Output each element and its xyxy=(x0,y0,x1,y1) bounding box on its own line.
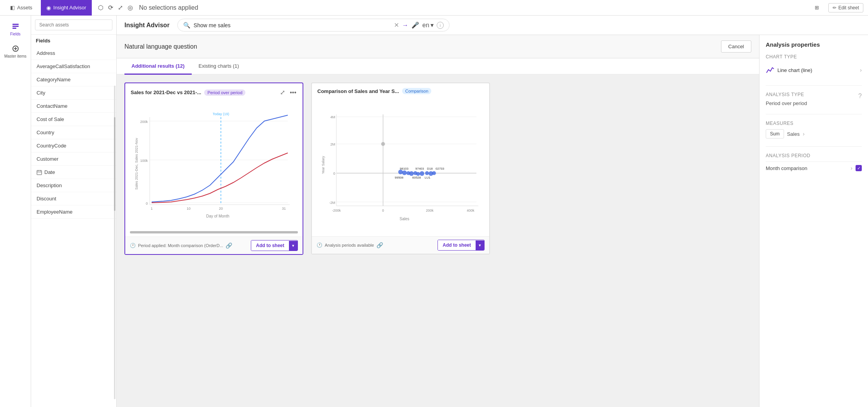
more-options-chart-1-button[interactable]: ••• xyxy=(289,88,297,97)
analysis-type-value: Period over period xyxy=(766,100,862,106)
fields-scrollbar[interactable] xyxy=(114,86,116,399)
close-icon[interactable]: ✕ xyxy=(394,21,399,29)
line-chart-icon xyxy=(766,66,774,74)
arrow-icon[interactable]: → xyxy=(402,22,408,29)
master-items-label: Master items xyxy=(4,54,26,58)
search-input-main[interactable] xyxy=(194,22,391,28)
svg-text:99508: 99508 xyxy=(395,176,404,179)
field-item[interactable]: ContactName xyxy=(31,100,116,113)
expand-icon[interactable]: ⤢ xyxy=(118,4,123,11)
assets-icon: ◧ xyxy=(10,5,15,11)
lasso-icon[interactable]: ⬡ xyxy=(98,4,103,11)
expand-chart-1-button[interactable]: ⤢ xyxy=(279,88,286,97)
tab-0[interactable]: Additional results (12) xyxy=(124,58,192,75)
svg-point-53 xyxy=(432,171,436,175)
svg-rect-0 xyxy=(12,24,19,25)
field-item[interactable]: CountryCode xyxy=(31,139,116,153)
chart-card-1-header: Sales for 2021-Dec vs 2021-... Period ov… xyxy=(125,83,303,102)
chart-2-period-text: Analysis periods available xyxy=(325,243,374,247)
chart-2-footer-left: 🕐 Analysis periods available 🔗 xyxy=(317,242,383,248)
chart-card-2: Comparison of Sales and Year S... Compar… xyxy=(311,82,490,254)
mic-icon[interactable]: 🎤 xyxy=(411,21,419,29)
measures-list: Sum Sales › xyxy=(766,129,862,139)
field-item[interactable]: Cost of Sale xyxy=(31,113,116,126)
measure-chevron[interactable]: › xyxy=(803,131,805,137)
fields-list: AddressAverageCallSatisfactionCategoryNa… xyxy=(31,47,116,407)
svg-rect-1 xyxy=(12,26,19,27)
svg-text:2M: 2M xyxy=(330,142,335,146)
period-checkbox[interactable] xyxy=(856,165,862,171)
rotate-icon[interactable]: ⟳ xyxy=(108,4,113,11)
tabs-bar: Additional results (12)Existing charts (… xyxy=(117,58,759,75)
field-item[interactable]: City xyxy=(31,86,116,100)
field-item[interactable]: Customer xyxy=(31,153,116,166)
analysis-type-help[interactable]: ? xyxy=(858,93,862,100)
search-input[interactable] xyxy=(35,19,112,30)
info-icon[interactable]: i xyxy=(437,22,444,29)
scatter-chart-svg: Year Salary 4M 2M 0 -2M xyxy=(316,99,485,231)
chart-type-left: Line chart (line) xyxy=(766,66,812,74)
field-item[interactable]: Description xyxy=(31,179,116,192)
add-to-sheet-1-button[interactable]: Add to sheet ▾ xyxy=(251,240,298,251)
language-selector[interactable]: en ▾ xyxy=(422,21,434,29)
svg-text:98103: 98103 xyxy=(400,167,409,170)
svg-text:31: 31 xyxy=(282,207,286,211)
cancel-button[interactable]: Cancel xyxy=(721,40,751,53)
period-row: Month comparison › xyxy=(766,161,862,174)
field-item[interactable]: EmployeeName xyxy=(31,205,116,219)
chart-1-footer-left: 🕐 Period applied: Month comparison (Orde… xyxy=(130,242,232,249)
left-sidebar: Fields Master items xyxy=(0,16,31,407)
svg-text:10: 10 xyxy=(187,207,191,211)
page-title: Insight Advisor xyxy=(124,22,170,29)
add-sheet-main-2[interactable]: Add to sheet xyxy=(438,240,476,250)
add-sheet-arrow-2[interactable]: ▾ xyxy=(476,240,484,250)
sidebar-item-master-items[interactable]: Master items xyxy=(2,42,29,61)
svg-text:D18: D18 xyxy=(427,167,433,170)
clock-icon-2: 🕐 xyxy=(317,242,322,248)
sidebar-item-fields[interactable]: Fields xyxy=(2,19,29,39)
svg-text:Sales 2021-Dec, Sales 2021-Nov: Sales 2021-Dec, Sales 2021-Nov xyxy=(135,138,138,190)
measures-section: Measures Sum Sales › xyxy=(766,121,862,139)
grid-view-icon[interactable]: ⊞ xyxy=(809,0,824,16)
fields-label: Fields xyxy=(10,32,21,36)
svg-text:Sales: Sales xyxy=(399,217,409,221)
measure-aggregation[interactable]: Sum xyxy=(766,129,784,139)
link-icon-2[interactable]: 🔗 xyxy=(376,242,383,248)
chart-type-chevron[interactable]: › xyxy=(860,67,862,73)
period-chevron[interactable]: › xyxy=(850,165,852,171)
measures-label: Measures xyxy=(766,121,862,126)
field-item[interactable]: Discount xyxy=(31,192,116,205)
add-sheet-main-1[interactable]: Add to sheet xyxy=(251,240,289,251)
svg-text:Today (19): Today (19) xyxy=(213,112,229,116)
charts-area: Sales for 2021-Dec vs 2021-... Period ov… xyxy=(117,75,759,407)
period-label: Analysis period xyxy=(766,153,862,158)
chart-card-2-header: Comparison of Sales and Year S... Compar… xyxy=(312,83,489,99)
field-item[interactable]: Address xyxy=(31,47,116,60)
chart-1-period-text: Period applied: Month comparison (OrderD… xyxy=(138,243,223,248)
chart-1-scrollbar[interactable] xyxy=(130,231,298,233)
edit-sheet-button[interactable]: ✏ Edit sheet xyxy=(828,3,863,12)
add-to-sheet-2-button[interactable]: Add to sheet ▾ xyxy=(438,240,485,251)
chart-2-svg-area: Year Salary 4M 2M 0 -2M xyxy=(312,99,489,236)
insight-advisor-tab[interactable]: ◉ Insight Advisor xyxy=(41,0,92,16)
field-item[interactable]: AverageCallSatisfaction xyxy=(31,60,116,73)
link-icon-1[interactable]: 🔗 xyxy=(226,242,232,249)
svg-text:1: 1 xyxy=(150,207,152,211)
chart-type-label: Chart type xyxy=(766,54,862,60)
svg-point-51 xyxy=(425,171,429,175)
svg-point-50 xyxy=(420,171,424,176)
selection-icon[interactable]: ◎ xyxy=(128,4,133,11)
svg-text:20: 20 xyxy=(219,207,223,211)
line-chart-svg: Sales 2021-Dec, Sales 2021-Nov 200k 100k… xyxy=(129,102,299,226)
search-box-icons: ✕ → 🎤 en ▾ i xyxy=(394,21,444,29)
assets-tab[interactable]: ◧ Assets xyxy=(5,0,38,16)
field-item[interactable]: Date xyxy=(31,166,116,179)
measure-name: Sales xyxy=(787,131,800,137)
field-item[interactable]: Country xyxy=(31,126,116,139)
tab-1[interactable]: Existing charts (1) xyxy=(192,58,246,75)
chart-1-scrollbar-area xyxy=(125,231,303,237)
svg-text:-2M: -2M xyxy=(329,201,336,205)
field-item[interactable]: CategoryName xyxy=(31,73,116,86)
add-sheet-arrow-1[interactable]: ▾ xyxy=(289,241,298,251)
chart-2-badge: Comparison xyxy=(402,88,431,94)
